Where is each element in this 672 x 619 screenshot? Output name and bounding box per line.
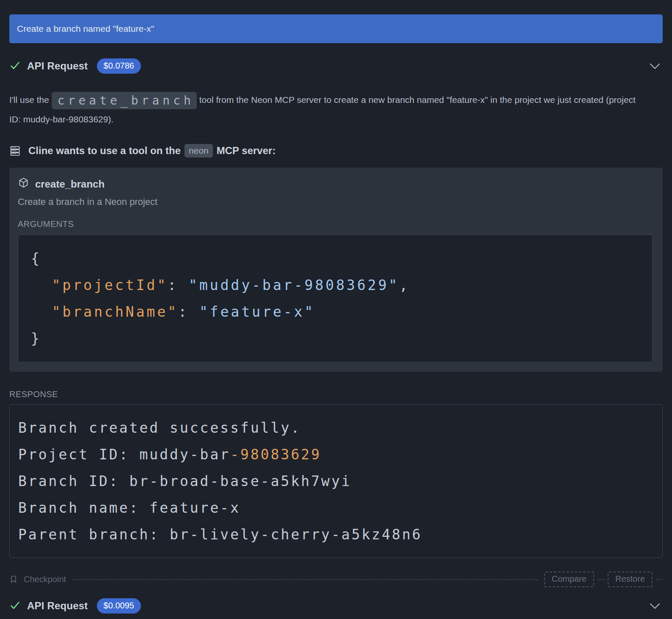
tool-card-header: create_branch [18, 177, 653, 191]
response-line: Branch ID: br-broad-base-a5kh7wyi [18, 468, 654, 495]
checkpoint-divider-segment [598, 579, 604, 580]
response-line: Project ID: muddy-bar-98083629 [18, 441, 654, 468]
user-message-text: Create a branch named "feature-x" [17, 24, 154, 34]
checkpoint-divider-segment [656, 579, 663, 580]
api-cost-badge: $0.0786 [97, 58, 141, 74]
api-request-header-1[interactable]: API Request $0.0786 [9, 58, 663, 74]
api-cost-badge: $0.0095 [97, 598, 141, 613]
api-request-label: API Request [27, 600, 88, 612]
check-icon [9, 600, 21, 613]
json-value: "muddy-bar-98083629" [189, 277, 399, 293]
server-icon [9, 145, 21, 157]
mcp-tool-card: create_branch Create a branch in a Neon … [9, 168, 663, 372]
api-request-label: API Request [27, 60, 88, 72]
json-line: { [31, 245, 648, 272]
tool-name: create_branch [35, 178, 105, 190]
tool-announcement-before: Cline wants to use a tool on the [28, 145, 181, 157]
response-number-highlight: -98083629 [230, 446, 321, 463]
checkpoint-row: Checkpoint Compare Restore [9, 572, 663, 587]
tool-announcement: Cline wants to use a tool on the neon MC… [9, 144, 663, 158]
json-key: "projectId" [52, 277, 168, 293]
response-line: Branch name: feature-x [18, 495, 654, 521]
check-icon [9, 60, 21, 73]
checkpoint-label: Checkpoint [24, 575, 66, 584]
json-line: } [31, 325, 648, 352]
api-request-header-2[interactable]: API Request $0.0095 [9, 598, 663, 613]
arguments-label: ARGUMENTS [18, 219, 653, 229]
response-line: Parent branch: br-lively-cherry-a5kz48n6 [18, 521, 654, 548]
checkpoint-divider [73, 579, 538, 580]
assistant-message: I'll use the create_branch tool from the… [9, 91, 644, 129]
intro-text-before: I'll use the [9, 95, 52, 105]
mcp-server-name-badge: neon [185, 144, 213, 158]
compare-button[interactable]: Compare [544, 572, 594, 587]
chat-panel: Create a branch named "feature-x" API Re… [0, 14, 672, 619]
json-value: "feature-x" [199, 304, 315, 320]
package-cube-icon [18, 177, 29, 191]
chevron-down-icon[interactable] [650, 603, 660, 609]
tool-announcement-after: MCP server: [217, 145, 276, 157]
json-line: "projectId": "muddy-bar-98083629", [31, 272, 648, 298]
json-key: "branchName" [52, 304, 178, 320]
json-line: "branchName": "feature-x" [31, 298, 648, 325]
bookmark-icon [9, 575, 18, 584]
user-message-banner: Create a branch named "feature-x" [9, 14, 663, 43]
inline-code-tool-name: create_branch [52, 92, 197, 109]
arguments-json-block: { "projectId": "muddy-bar-98083629", "br… [18, 235, 653, 362]
response-line: Branch created successfully. [18, 415, 654, 441]
tool-description: Create a branch in a Neon project [18, 196, 653, 207]
chevron-down-icon[interactable] [650, 63, 660, 69]
restore-button[interactable]: Restore [608, 572, 653, 587]
response-output-block: Branch created successfully.Project ID: … [9, 404, 663, 558]
response-label: RESPONSE [9, 390, 663, 399]
